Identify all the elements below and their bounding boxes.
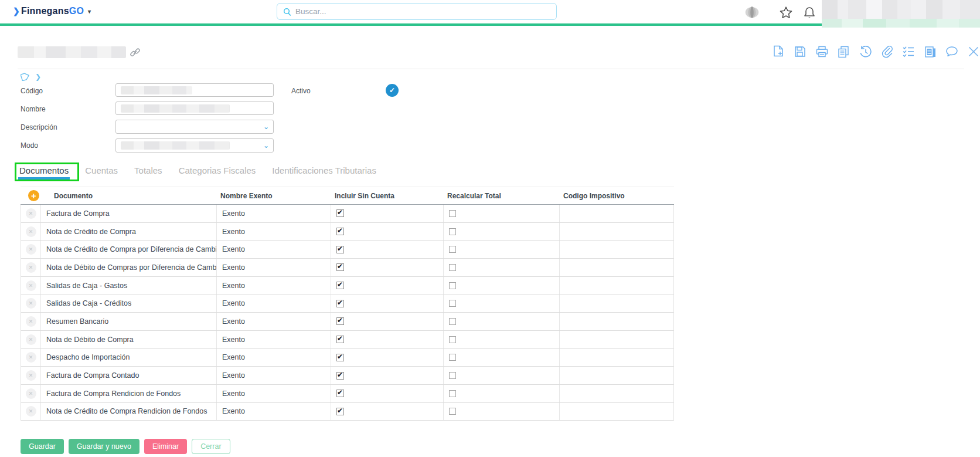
- permalink-icon[interactable]: [130, 47, 141, 58]
- cell-codigo-impositivo[interactable]: [559, 223, 675, 241]
- app-logo[interactable]: ❯ Finnegans GO ▾: [13, 6, 91, 16]
- cell-recalcular-total: [443, 403, 559, 421]
- delete-row-button[interactable]: ✕: [26, 280, 36, 291]
- save-icon[interactable]: [794, 45, 807, 58]
- incluir-sin-cuenta-checkbox[interactable]: [336, 390, 344, 397]
- delete-row-button[interactable]: ✕: [26, 226, 36, 237]
- user-profile-redacted[interactable]: [822, 0, 980, 28]
- nombre-input[interactable]: [115, 101, 274, 115]
- incluir-sin-cuenta-checkbox[interactable]: [336, 372, 344, 380]
- add-row-button[interactable]: +: [28, 190, 39, 201]
- tab-totales[interactable]: Totales: [134, 165, 162, 179]
- notifications-bell-icon[interactable]: [802, 5, 817, 20]
- cell-codigo-impositivo[interactable]: [559, 277, 675, 294]
- guardar-y-nuevo-button[interactable]: Guardar y nuevo: [69, 439, 139, 454]
- cell-codigo-impositivo[interactable]: [559, 403, 675, 421]
- guardar-button[interactable]: Guardar: [21, 439, 64, 454]
- cell-nombre-exento: Exento: [216, 241, 331, 258]
- incluir-sin-cuenta-checkbox[interactable]: [336, 354, 344, 361]
- recalcular-total-checkbox[interactable]: [449, 354, 456, 361]
- delete-row-button[interactable]: ✕: [26, 316, 36, 327]
- incluir-sin-cuenta-checkbox[interactable]: [336, 336, 344, 343]
- cell-codigo-impositivo[interactable]: [559, 241, 675, 258]
- cell-documento: Nota de Crédito de Compra Rendicion de F…: [40, 403, 216, 421]
- report-icon[interactable]: [924, 45, 937, 58]
- recalcular-total-checkbox[interactable]: [449, 318, 456, 325]
- new-document-icon[interactable]: [772, 45, 785, 58]
- recalcular-total-checkbox[interactable]: [449, 390, 456, 397]
- incluir-sin-cuenta-checkbox[interactable]: [336, 300, 344, 307]
- delete-row-button[interactable]: ✕: [26, 388, 36, 399]
- tab-identificaciones-tributarias[interactable]: Identificaciones Tributarias: [272, 165, 376, 179]
- recalcular-total-checkbox[interactable]: [449, 210, 456, 217]
- apps-sphere-icon[interactable]: [744, 5, 760, 20]
- delete-row-button[interactable]: ✕: [26, 244, 36, 255]
- activo-checked-toggle[interactable]: ✓: [386, 84, 399, 97]
- recalcular-total-checkbox[interactable]: [449, 300, 456, 307]
- delete-row-button[interactable]: ✕: [26, 334, 36, 345]
- incluir-sin-cuenta-checkbox[interactable]: [336, 408, 344, 415]
- recalcular-total-checkbox[interactable]: [449, 264, 456, 271]
- cell-codigo-impositivo[interactable]: [559, 385, 675, 402]
- cell-nombre-exento: Exento: [216, 294, 331, 312]
- cell-codigo-impositivo[interactable]: [559, 259, 675, 276]
- modo-select[interactable]: ⌄: [115, 138, 274, 153]
- global-search-input[interactable]: Buscar...: [277, 3, 557, 20]
- logo-caret-icon[interactable]: ▾: [88, 8, 91, 15]
- column-header-nombre-exento: Nombre Exento: [216, 192, 330, 200]
- cerrar-button[interactable]: Cerrar: [192, 439, 230, 454]
- checklist-icon[interactable]: [902, 45, 915, 58]
- delete-row-button[interactable]: ✕: [26, 298, 36, 309]
- table-row: ✕ Nota de Crédito de Compra por Diferenc…: [21, 241, 674, 259]
- incluir-sin-cuenta-checkbox[interactable]: [336, 246, 344, 253]
- cell-codigo-impositivo[interactable]: [559, 331, 675, 348]
- recalcular-total-checkbox[interactable]: [449, 336, 456, 343]
- incluir-sin-cuenta-checkbox[interactable]: [336, 228, 344, 235]
- incluir-sin-cuenta-checkbox[interactable]: [336, 263, 344, 271]
- attachment-icon[interactable]: [880, 45, 893, 58]
- incluir-sin-cuenta-checkbox[interactable]: [336, 209, 344, 217]
- cell-documento: Factura de Compra Rendicion de Fondos: [40, 385, 216, 402]
- cell-incluir-sin-cuenta: [331, 205, 443, 222]
- table-row: ✕ Resumen Bancario Exento: [21, 313, 674, 331]
- cell-codigo-impositivo[interactable]: [559, 294, 675, 312]
- recalcular-total-checkbox[interactable]: [449, 372, 456, 379]
- chevron-right-icon[interactable]: ❯: [35, 73, 41, 81]
- tab-documentos[interactable]: Documentos: [19, 165, 69, 179]
- cell-codigo-impositivo[interactable]: [559, 349, 675, 367]
- recalcular-total-checkbox[interactable]: [449, 228, 456, 235]
- delete-row-button[interactable]: ✕: [26, 208, 36, 219]
- cell-codigo-impositivo[interactable]: [559, 313, 675, 330]
- table-row: ✕ Nota de Crédito de Compra Exento: [21, 223, 674, 241]
- codigo-input[interactable]: [115, 83, 274, 97]
- recalcular-total-checkbox[interactable]: [449, 246, 456, 253]
- tab-categorias-fiscales[interactable]: Categorias Fiscales: [179, 165, 256, 179]
- tab-cuentas[interactable]: Cuentas: [85, 165, 118, 179]
- delete-row-button[interactable]: ✕: [26, 352, 36, 363]
- chevron-down-icon: ⌄: [263, 141, 269, 150]
- eliminar-button[interactable]: Eliminar: [144, 439, 187, 454]
- recalcular-total-checkbox[interactable]: [449, 282, 456, 289]
- cell-nombre-exento: Exento: [216, 385, 331, 402]
- column-header-recalcular-total: Recalcular Total: [443, 192, 559, 200]
- copy-icon[interactable]: [837, 45, 850, 58]
- cell-nombre-exento: Exento: [216, 331, 331, 348]
- incluir-sin-cuenta-checkbox[interactable]: [336, 282, 344, 289]
- delete-row-button[interactable]: ✕: [26, 262, 36, 273]
- cell-codigo-impositivo[interactable]: [559, 367, 675, 384]
- close-icon[interactable]: [967, 45, 980, 58]
- row-delete-cell: ✕: [21, 367, 40, 384]
- history-icon[interactable]: [859, 45, 872, 58]
- print-icon[interactable]: [815, 45, 828, 58]
- descripcion-select[interactable]: ⌄: [115, 120, 274, 134]
- tag-icon[interactable]: [21, 72, 30, 81]
- incluir-sin-cuenta-checkbox[interactable]: [336, 317, 344, 325]
- cell-codigo-impositivo[interactable]: [559, 205, 675, 222]
- record-toolbar: [772, 45, 980, 58]
- recalcular-total-checkbox[interactable]: [449, 408, 456, 415]
- comment-icon[interactable]: [945, 45, 958, 58]
- delete-row-button[interactable]: ✕: [26, 406, 36, 417]
- favorites-star-icon[interactable]: [778, 5, 794, 20]
- record-tag-row: ❯: [21, 72, 41, 81]
- delete-row-button[interactable]: ✕: [26, 370, 36, 381]
